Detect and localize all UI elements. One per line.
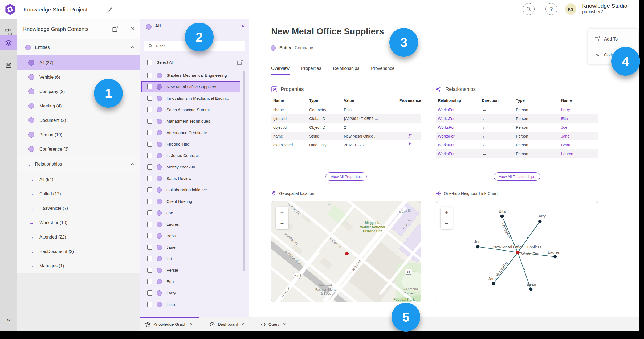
zoom-in-button[interactable]: + bbox=[276, 207, 288, 218]
one-hop-link-chart[interactable]: Etta Larry Joe Lauren Jane Beau New Meta… bbox=[436, 201, 598, 300]
tab-relationships[interactable]: Relationships bbox=[333, 66, 359, 75]
view-all-properties-button[interactable]: View All Properties bbox=[325, 172, 366, 181]
entity-list-item[interactable]: Persie bbox=[140, 264, 242, 276]
item-checkbox[interactable] bbox=[147, 199, 152, 204]
user-info[interactable]: Knowledge Studio publisher2 bbox=[582, 3, 627, 14]
entity-list-item[interactable]: Client Briefing bbox=[140, 196, 242, 207]
item-checkbox[interactable] bbox=[147, 107, 152, 112]
entity-list-item[interactable]: Beau bbox=[140, 230, 242, 241]
close-tab-icon[interactable]: × bbox=[283, 322, 286, 327]
geospatial-map[interactable]: W Clay St Sal N 3rd St N 4th St Marshall… bbox=[271, 201, 421, 302]
item-checkbox[interactable] bbox=[147, 176, 152, 181]
tab-knowledge-graph[interactable]: Knowledge Graph × bbox=[140, 317, 199, 331]
item-checkbox[interactable] bbox=[147, 119, 152, 124]
relationship-type-row[interactable]: → HasDocument (2) bbox=[17, 244, 140, 259]
tab-query[interactable]: { } Query × bbox=[256, 317, 293, 331]
expand-rail-button[interactable]: » bbox=[0, 316, 17, 324]
related-entity-link[interactable]: Larry bbox=[559, 108, 598, 112]
relationship-link[interactable]: WorksFor bbox=[436, 116, 480, 121]
item-checkbox[interactable] bbox=[147, 96, 152, 101]
entities-section-header[interactable]: Entities bbox=[17, 39, 140, 55]
entity-list-item[interactable]: Etta bbox=[140, 276, 242, 287]
item-checkbox[interactable] bbox=[147, 210, 152, 215]
relationship-link[interactable]: WorksFor bbox=[436, 125, 480, 130]
relationship-link[interactable]: WorksFor bbox=[436, 152, 480, 156]
item-checkbox[interactable] bbox=[147, 233, 152, 238]
select-all-checkbox[interactable] bbox=[147, 60, 152, 65]
related-entity-link[interactable]: Lauren bbox=[559, 152, 598, 156]
provenance-flag-icon[interactable] bbox=[408, 142, 413, 147]
relationship-link[interactable]: WorksFor bbox=[436, 108, 480, 112]
rail-item-contents[interactable] bbox=[0, 35, 17, 50]
entity-list-item[interactable]: Firebird Title bbox=[140, 138, 242, 150]
add-selection-to-new-window-button[interactable] bbox=[237, 59, 243, 66]
entity-list-item[interactable]: Collaboration initiative bbox=[140, 184, 242, 196]
item-checkbox[interactable] bbox=[147, 73, 152, 78]
view-all-relationships-button[interactable]: View All Relationships bbox=[494, 172, 540, 181]
entity-type-row[interactable]: Person (10) bbox=[17, 127, 140, 142]
tab-overview[interactable]: Overview bbox=[271, 66, 290, 75]
item-checkbox[interactable] bbox=[147, 290, 152, 296]
add-to-menu-item[interactable]: Add To bbox=[588, 34, 638, 44]
relationship-link[interactable]: WorksFor bbox=[436, 134, 480, 138]
close-tab-icon[interactable]: × bbox=[242, 322, 244, 327]
entity-list-item[interactable]: Managment Techniques bbox=[140, 115, 242, 127]
item-checkbox[interactable] bbox=[147, 153, 152, 158]
related-entity-link[interactable]: Beau bbox=[559, 143, 598, 147]
entity-list-item[interactable]: Lilith bbox=[140, 299, 242, 310]
help-button[interactable]: ? bbox=[545, 3, 557, 15]
rail-item-save[interactable] bbox=[0, 58, 17, 73]
panel1-close-button[interactable]: × bbox=[129, 25, 137, 33]
entity-list-item[interactable]: Lauren bbox=[140, 219, 242, 230]
entity-list-item[interactable]: Larry bbox=[140, 287, 242, 299]
item-checkbox[interactable] bbox=[147, 302, 152, 307]
provenance-flag-icon[interactable] bbox=[408, 133, 413, 138]
add-to-new-window-button[interactable] bbox=[112, 26, 119, 33]
list-scrollbar[interactable] bbox=[243, 71, 245, 271]
item-checkbox[interactable] bbox=[147, 187, 152, 192]
item-checkbox[interactable] bbox=[147, 164, 152, 170]
chevron-up-icon[interactable] bbox=[130, 162, 134, 167]
entity-type-row[interactable]: Vehicle (6) bbox=[17, 70, 140, 84]
relationship-type-row[interactable]: → Called (12) bbox=[17, 187, 140, 201]
tab-dashboard[interactable]: Dashboard × bbox=[204, 317, 251, 331]
entity-list-item[interactable]: Innovations in Mechanical Engin... bbox=[140, 92, 242, 104]
collapse-panel-button[interactable]: « bbox=[242, 22, 245, 30]
related-entity-link[interactable]: Jane bbox=[559, 134, 598, 138]
relationship-link[interactable]: WorksFor bbox=[436, 143, 480, 147]
entity-type-row[interactable]: Conference (3) bbox=[17, 142, 140, 156]
chevron-up-icon[interactable] bbox=[130, 45, 134, 50]
entity-list-item[interactable]: Staplers Mechanical Engineering bbox=[140, 70, 242, 81]
item-checkbox[interactable] bbox=[147, 268, 152, 273]
entity-list-item[interactable]: Montly check-in bbox=[140, 161, 242, 173]
entity-list-item[interactable]: Sales Review bbox=[140, 173, 242, 184]
related-entity-link[interactable]: Joe bbox=[559, 125, 598, 130]
item-checkbox[interactable] bbox=[147, 222, 152, 227]
entity-list-item[interactable]: Attendance Certificate bbox=[140, 127, 242, 138]
relationships-section-header[interactable]: → Relationships bbox=[17, 156, 140, 172]
center-node[interactable] bbox=[516, 251, 520, 254]
related-entity-link[interactable]: Etta bbox=[559, 116, 598, 121]
item-checkbox[interactable] bbox=[147, 256, 152, 261]
item-checkbox[interactable] bbox=[147, 130, 152, 135]
tab-properties[interactable]: Properties bbox=[301, 66, 321, 75]
knowledge-studio-logo-icon[interactable] bbox=[4, 3, 16, 15]
entity-location-marker[interactable] bbox=[345, 252, 349, 255]
entity-list-item[interactable]: Jane bbox=[140, 241, 242, 253]
avatar[interactable]: KS bbox=[565, 3, 576, 15]
entity-list-item[interactable]: L. Jones Contract bbox=[140, 150, 242, 161]
zoom-out-button[interactable]: − bbox=[441, 218, 453, 229]
close-tab-icon[interactable]: × bbox=[190, 322, 193, 327]
item-checkbox[interactable] bbox=[147, 84, 152, 89]
entity-type-row[interactable]: Document (2) bbox=[17, 113, 140, 127]
entity-type-row[interactable]: All (27) bbox=[17, 55, 140, 70]
entity-type-row[interactable]: Meeting (4) bbox=[17, 99, 140, 113]
relationship-type-row[interactable]: → Attended (22) bbox=[17, 230, 140, 244]
relationship-type-row[interactable]: → Manages (1) bbox=[17, 259, 140, 273]
zoom-in-button[interactable]: + bbox=[441, 207, 453, 218]
relationship-type-row[interactable]: → HasVehicle (7) bbox=[17, 201, 140, 215]
entity-list-item[interactable]: Joe bbox=[140, 207, 242, 219]
relationship-type-row[interactable]: → WorksFor (10) bbox=[17, 215, 140, 230]
tab-provenance[interactable]: Provenance bbox=[371, 66, 394, 75]
entity-list-item[interactable]: Uri bbox=[140, 253, 242, 264]
